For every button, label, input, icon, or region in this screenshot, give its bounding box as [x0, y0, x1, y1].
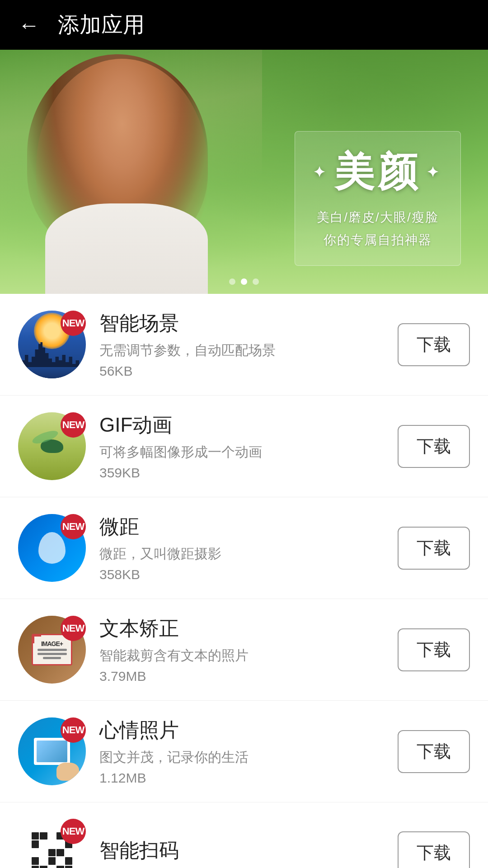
page-title: 添加应用 — [58, 10, 145, 39]
app-item-smart-scene: NEW 智能场景 无需调节参数，自动匹配场景 56KB 下载 — [0, 294, 488, 396]
banner: ✦ 美颜 ✦ 美白/磨皮/大眼/瘦脸 你的专属自拍神器 — [0, 50, 488, 294]
mood-photo-inner — [37, 741, 67, 762]
download-button-mood[interactable]: 下载 — [398, 730, 470, 773]
star-icon-left: ✦ — [313, 164, 329, 181]
app-item-qr: NEW 智能扫码 下载 — [0, 802, 488, 868]
banner-main-text: ✦ 美颜 ✦ — [313, 145, 442, 199]
new-badge-6: NEW — [61, 819, 86, 844]
app-size-micro: 358KB — [99, 567, 384, 582]
app-name-micro: 微距 — [99, 514, 384, 540]
qr-c — [48, 840, 56, 848]
app-info-gif: GIF动画 可将多幅图像形成一个动画 359KB — [99, 412, 384, 481]
qr-c — [40, 832, 47, 840]
banner-person — [0, 50, 262, 294]
qr-c — [56, 866, 64, 868]
app-item-micro: NEW 微距 微距，又叫微距摄影 358KB 下载 — [0, 497, 488, 599]
app-name-smart-scene: 智能场景 — [99, 310, 384, 337]
download-button-gif[interactable]: 下载 — [398, 425, 470, 468]
new-badge-3: NEW — [61, 514, 86, 539]
qr-c — [48, 866, 56, 868]
app-icon-wrap-qr: NEW — [18, 819, 86, 868]
app-size-mood: 1.12MB — [99, 770, 384, 786]
app-icon-wrap-text: IMAGE+ NEW — [18, 616, 86, 684]
qr-c — [56, 849, 64, 856]
app-info-micro: 微距 微距，又叫微距摄影 358KB — [99, 514, 384, 582]
app-icon-wrap-mood: NEW — [18, 717, 86, 785]
app-info-qr: 智能扫码 — [99, 837, 384, 868]
app-info-smart-scene: 智能场景 无需调节参数，自动匹配场景 56KB — [99, 310, 384, 379]
droplet-shape — [38, 532, 66, 564]
app-name-gif: GIF动画 — [99, 412, 384, 439]
bird-wing — [31, 428, 59, 446]
new-badge-4: NEW — [61, 616, 86, 641]
app-item-gif: NEW GIF动画 可将多幅图像形成一个动画 359KB 下载 — [0, 396, 488, 497]
banner-dot-3[interactable] — [253, 278, 259, 285]
qr-c — [32, 840, 39, 848]
app-size-smart-scene: 56KB — [99, 363, 384, 379]
qr-c — [40, 857, 47, 864]
qr-c — [48, 849, 56, 856]
back-button[interactable]: ← — [18, 13, 40, 38]
download-button-text[interactable]: 下载 — [398, 628, 470, 671]
app-info-mood: 心情照片 图文并茂，记录你的生活 1.12MB — [99, 717, 384, 786]
app-size-gif: 359KB — [99, 465, 384, 481]
app-icon-wrap-micro: NEW — [18, 514, 86, 582]
qr-c — [48, 857, 56, 864]
bird-body — [41, 439, 63, 453]
qr-c — [56, 840, 64, 848]
new-badge-2: NEW — [61, 412, 86, 438]
qr-c — [56, 857, 64, 864]
image-line-2 — [38, 653, 67, 655]
app-name-qr: 智能扫码 — [99, 837, 384, 864]
new-badge-5: NEW — [61, 717, 86, 743]
app-name-text: 文本矫正 — [99, 615, 384, 642]
banner-shirt — [45, 203, 208, 294]
app-icon-wrap-smart-scene: NEW — [18, 311, 86, 378]
image-line-1 — [38, 649, 67, 651]
app-size-text: 3.79MB — [99, 669, 384, 684]
app-desc-mood: 图文并茂，记录你的生活 — [99, 748, 384, 767]
app-desc-micro: 微距，又叫微距摄影 — [99, 545, 384, 563]
mood-photo — [34, 738, 70, 765]
star-icon-right: ✦ — [427, 164, 442, 181]
header: ← 添加应用 — [0, 0, 488, 50]
qr-c — [32, 866, 39, 868]
qr-c — [65, 857, 72, 864]
city-water — [18, 367, 86, 378]
banner-dot-2[interactable] — [241, 278, 247, 285]
download-button-smart-scene[interactable]: 下载 — [398, 323, 470, 366]
banner-overlay: ✦ 美颜 ✦ 美白/磨皮/大眼/瘦脸 你的专属自拍神器 — [295, 131, 461, 266]
mood-hand — [56, 763, 79, 781]
new-badge-1: NEW — [61, 311, 86, 336]
app-desc-gif: 可将多幅图像形成一个动画 — [99, 443, 384, 462]
app-item-mood: NEW 心情照片 图文并茂，记录你的生活 1.12MB 下载 — [0, 701, 488, 802]
qr-c — [32, 832, 39, 840]
banner-dot-1[interactable] — [229, 278, 235, 285]
app-name-mood: 心情照片 — [99, 717, 384, 744]
banner-sub-text: 美白/磨皮/大眼/瘦脸 你的专属自拍神器 — [313, 206, 442, 252]
app-desc-text: 智能裁剪含有文本的照片 — [99, 646, 384, 665]
image-corner — [33, 635, 41, 643]
qr-c — [40, 866, 47, 868]
app-item-text: IMAGE+ NEW 文本矫正 智能裁剪含有文本的照片 3.79MB 下载 — [0, 599, 488, 701]
image-line-3 — [43, 657, 61, 659]
qr-c — [32, 857, 39, 864]
app-list: NEW 智能场景 无需调节参数，自动匹配场景 56KB 下载 NEW GIF动画… — [0, 294, 488, 868]
app-icon-wrap-gif: NEW — [18, 412, 86, 480]
qr-c — [48, 832, 56, 840]
app-desc-smart-scene: 无需调节参数，自动匹配场景 — [99, 341, 384, 360]
banner-dots — [229, 278, 259, 285]
qr-c — [32, 849, 39, 856]
download-button-qr[interactable]: 下载 — [398, 831, 470, 868]
qr-c — [65, 849, 72, 856]
qr-c — [40, 849, 47, 856]
qr-c — [40, 840, 47, 848]
download-button-micro[interactable]: 下载 — [398, 527, 470, 570]
app-info-text: 文本矫正 智能裁剪含有文本的照片 3.79MB — [99, 615, 384, 684]
qr-c — [65, 866, 72, 868]
